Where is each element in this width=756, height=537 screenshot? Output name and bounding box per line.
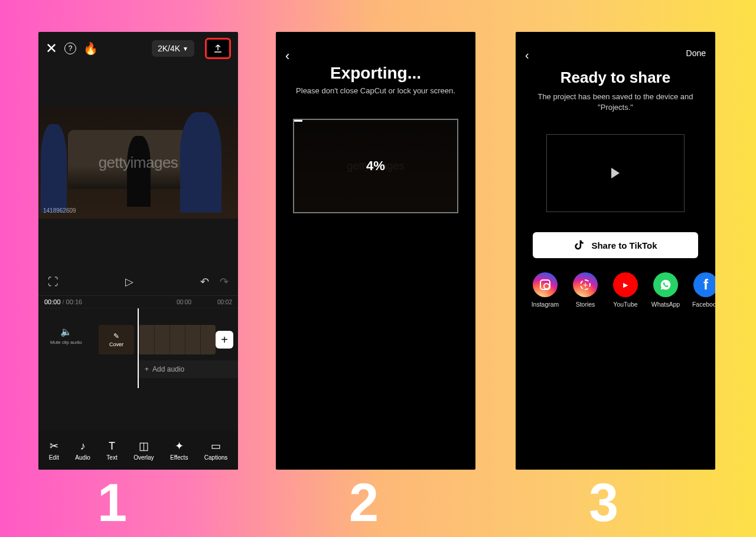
step-number-2: 2 (349, 473, 379, 533)
share-tiktok-button[interactable]: Share to TikTok (533, 232, 698, 258)
upload-icon (213, 43, 223, 54)
nav-text[interactable]: TText (106, 440, 117, 461)
video-track[interactable] (139, 325, 216, 354)
editor-topbar: ✕ ? 🔥 2K/4K ▼ (38, 32, 238, 65)
text-icon: T (109, 440, 115, 453)
export-preview: gettyimages 4% (293, 119, 458, 213)
nav-audio[interactable]: ♪Audio (75, 440, 90, 461)
exporting-screen: ‹ Exporting... Please don't close CapCut… (276, 32, 475, 470)
resolution-button[interactable]: 2K/4K ▼ (152, 40, 194, 57)
share-instagram[interactable]: Instagram (530, 272, 561, 308)
watermark-text: gettyimages (99, 154, 178, 172)
share-screen: ‹ Done Ready to share The project has be… (516, 32, 715, 470)
scissors-icon: ✂ (50, 440, 58, 453)
tick-1: 00:00 (177, 299, 191, 305)
nav-overlay[interactable]: ◫Overlay (133, 440, 154, 461)
share-stories[interactable]: +Stories (570, 272, 601, 308)
close-icon[interactable]: ✕ (45, 40, 57, 57)
pencil-icon: ✎ (113, 332, 119, 340)
editor-screen: ✕ ? 🔥 2K/4K ▼ gettyimages 1418962609 ⛶ ▷… (38, 32, 238, 470)
nav-captions[interactable]: ▭Captions (204, 440, 227, 461)
flame-icon[interactable]: 🔥 (83, 41, 98, 56)
time-total: 00:16 (66, 298, 83, 305)
speaker-icon: 🔈 (50, 326, 82, 337)
music-icon: ♪ (80, 440, 86, 453)
overlay-icon: ◫ (139, 440, 149, 453)
help-icon[interactable]: ? (64, 43, 76, 54)
step-number-1: 1 (97, 473, 127, 533)
share-whatsapp[interactable]: WhatsApp (650, 272, 681, 308)
tiktok-icon (573, 239, 585, 251)
share-row: Instagram +Stories ▶YouTube WhatsApp fFa… (530, 272, 715, 308)
play-icon[interactable]: ▷ (125, 275, 133, 288)
progress-bar (294, 120, 302, 122)
share-youtube[interactable]: ▶YouTube (610, 272, 641, 308)
export-percent: 4% (366, 158, 385, 174)
exporting-subtitle: Please don't close CapCut or lock your s… (276, 86, 475, 95)
undo-icon[interactable]: ↶ (200, 275, 209, 288)
tick-2: 00:02 (217, 299, 232, 305)
fullscreen-icon[interactable]: ⛶ (48, 276, 58, 288)
cover-button[interactable]: ✎ Cover (99, 325, 134, 354)
playback-controls: ⛶ ▷ ↶ ↷ (38, 268, 238, 295)
export-button[interactable] (205, 38, 231, 59)
chevron-down-icon: ▼ (183, 45, 188, 52)
play-icon (611, 168, 620, 178)
add-clip-button[interactable]: + (216, 331, 233, 349)
nav-edit[interactable]: ✂Edit (49, 440, 59, 461)
step-number-3: 3 (589, 473, 618, 533)
video-preview[interactable]: gettyimages 1418962609 (38, 106, 238, 219)
ready-title: Ready to share (516, 69, 715, 87)
ready-subtitle: The project has been saved to the device… (516, 92, 715, 113)
playhead[interactable] (138, 308, 139, 388)
mute-clip-button[interactable]: 🔈 Mute clip audio (50, 326, 82, 345)
asset-id: 1418962609 (43, 207, 76, 214)
done-button[interactable]: Done (686, 48, 706, 58)
timeline[interactable]: 🔈 Mute clip audio ✎ Cover + + Add audio (38, 308, 238, 399)
back-icon[interactable]: ‹ (525, 48, 529, 62)
captions-icon: ▭ (211, 440, 221, 453)
nav-effects[interactable]: ✦Effects (170, 440, 188, 461)
sparkle-icon: ✦ (175, 440, 184, 453)
exported-video[interactable] (546, 134, 685, 212)
bottom-toolbar: ✂Edit ♪Audio TText ◫Overlay ✦Effects ▭Ca… (38, 431, 238, 470)
redo-icon[interactable]: ↷ (220, 275, 229, 288)
resolution-label: 2K/4K (158, 44, 180, 53)
share-facebook[interactable]: fFacebook (690, 272, 715, 308)
plus-icon: + (145, 365, 149, 373)
exporting-title: Exporting... (276, 64, 475, 83)
back-icon[interactable]: ‹ (285, 48, 289, 64)
add-audio-button[interactable]: + Add audio (139, 360, 238, 378)
time-current: 00:00 (44, 298, 61, 305)
timeline-header: 00:00 / 00:16 00:00 00:02 (38, 295, 238, 308)
